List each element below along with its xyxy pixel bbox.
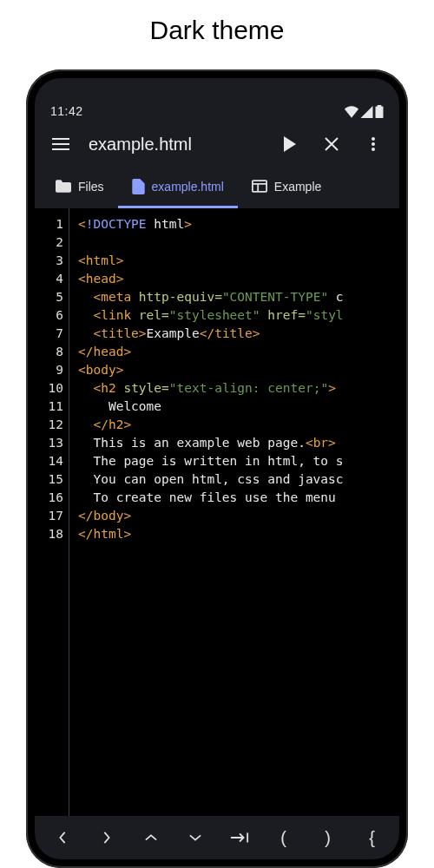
lparen-button[interactable]: ( bbox=[261, 816, 306, 859]
wifi-icon bbox=[345, 106, 358, 118]
line-number: 13 bbox=[35, 434, 63, 452]
hamburger-icon bbox=[52, 138, 69, 150]
code-line[interactable]: <html> bbox=[78, 252, 399, 270]
line-number: 1 bbox=[35, 215, 63, 233]
line-number: 18 bbox=[35, 525, 63, 543]
line-number: 6 bbox=[35, 306, 63, 325]
tab-preview[interactable]: Example bbox=[238, 167, 335, 208]
close-button[interactable] bbox=[314, 127, 349, 161]
code-content[interactable]: <!DOCTYPE html> <html><head> <meta http-… bbox=[69, 208, 399, 859]
svg-point-2 bbox=[372, 148, 375, 151]
menu-button[interactable] bbox=[43, 127, 78, 161]
line-number: 5 bbox=[35, 288, 63, 306]
keyboard-accessory-bar: ( ) { bbox=[35, 816, 399, 859]
code-line[interactable]: You can open html, css and javasc bbox=[78, 470, 399, 489]
status-indicators bbox=[345, 105, 384, 118]
svg-point-1 bbox=[372, 142, 375, 146]
chevron-left-icon bbox=[58, 832, 67, 844]
tab-files-label: Files bbox=[78, 180, 104, 194]
chevron-right-icon bbox=[102, 832, 111, 844]
code-line[interactable]: <h2 style="text-align: center;"> bbox=[78, 379, 399, 398]
page-title: Dark theme bbox=[0, 0, 434, 57]
more-vert-icon bbox=[372, 137, 375, 151]
code-line[interactable]: </html> bbox=[78, 525, 399, 543]
svg-point-0 bbox=[372, 137, 375, 141]
line-number: 11 bbox=[35, 398, 63, 416]
code-line[interactable]: <!DOCTYPE html> bbox=[78, 215, 399, 233]
line-number: 17 bbox=[35, 507, 63, 525]
nav-down-button[interactable] bbox=[173, 816, 217, 859]
code-line[interactable]: This is an example web page.<br> bbox=[78, 434, 399, 452]
code-line[interactable]: To create new files use the menu bbox=[78, 489, 399, 507]
nav-up-button[interactable] bbox=[128, 816, 173, 859]
nav-prev-button[interactable] bbox=[40, 816, 84, 859]
lbrace-button[interactable]: { bbox=[350, 816, 394, 859]
line-number: 2 bbox=[35, 233, 63, 252]
line-number-gutter: 123456789101112131415161718 bbox=[35, 208, 69, 859]
overflow-button[interactable] bbox=[356, 127, 391, 161]
tab-preview-label: Example bbox=[274, 180, 321, 194]
rparen-button[interactable]: ) bbox=[306, 816, 350, 859]
code-line[interactable]: </h2> bbox=[78, 416, 399, 434]
phone-frame: 11:42 example.html bbox=[26, 69, 408, 868]
chevron-down-icon bbox=[189, 833, 201, 842]
tab-files[interactable]: Files bbox=[42, 167, 118, 208]
code-line[interactable]: <title>Example</title> bbox=[78, 325, 399, 343]
chevron-up-icon bbox=[145, 833, 157, 842]
line-number: 7 bbox=[35, 325, 63, 343]
folder-icon bbox=[56, 180, 71, 193]
code-line[interactable]: <link rel="stylesheet" href="styl bbox=[78, 306, 399, 325]
line-number: 14 bbox=[35, 452, 63, 470]
code-line[interactable]: </body> bbox=[78, 507, 399, 525]
code-line[interactable]: </head> bbox=[78, 343, 399, 361]
tab-document[interactable]: example.html bbox=[118, 167, 238, 208]
line-number: 15 bbox=[35, 470, 63, 489]
document-icon bbox=[132, 179, 145, 194]
web-icon bbox=[252, 180, 267, 193]
line-number: 16 bbox=[35, 489, 63, 507]
line-number: 9 bbox=[35, 361, 63, 379]
nav-next-button[interactable] bbox=[84, 816, 128, 859]
status-bar: 11:42 bbox=[35, 78, 399, 122]
code-line[interactable]: <head> bbox=[78, 270, 399, 288]
code-line[interactable]: Welcome bbox=[78, 398, 399, 416]
tab-document-label: example.html bbox=[152, 180, 224, 194]
cell-signal-icon bbox=[360, 106, 373, 118]
close-icon bbox=[325, 137, 339, 151]
tab-key-button[interactable] bbox=[217, 816, 261, 859]
tab-bar: Files example.html Example bbox=[35, 167, 399, 208]
line-number: 3 bbox=[35, 252, 63, 270]
phone-screen: 11:42 example.html bbox=[35, 78, 399, 859]
run-button[interactable] bbox=[273, 127, 307, 161]
code-line[interactable]: <body> bbox=[78, 361, 399, 379]
play-icon bbox=[283, 136, 297, 152]
app-bar: example.html bbox=[35, 122, 399, 167]
line-number: 8 bbox=[35, 343, 63, 361]
app-title: example.html bbox=[85, 135, 266, 155]
line-number: 12 bbox=[35, 416, 63, 434]
battery-icon bbox=[375, 105, 384, 118]
code-line[interactable]: <meta http-equiv="CONTENT-TYPE" c bbox=[78, 288, 399, 306]
code-editor[interactable]: 123456789101112131415161718 <!DOCTYPE ht… bbox=[35, 208, 399, 859]
code-line[interactable] bbox=[78, 233, 399, 252]
status-time: 11:42 bbox=[50, 104, 83, 118]
line-number: 4 bbox=[35, 270, 63, 288]
svg-rect-3 bbox=[253, 181, 266, 192]
code-line[interactable]: The page is written in html, to s bbox=[78, 452, 399, 470]
line-number: 10 bbox=[35, 379, 63, 398]
tab-icon bbox=[230, 832, 249, 844]
